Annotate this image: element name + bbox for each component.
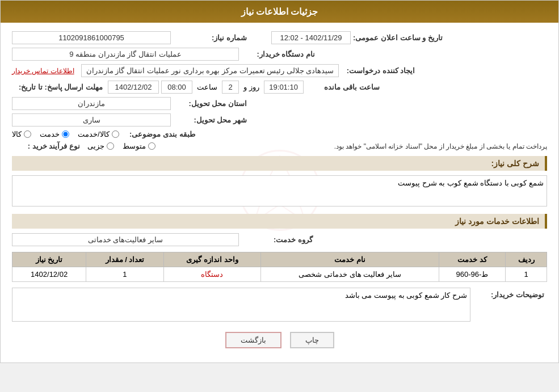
service-group-value: سایر فعالیت‌های خدماتی (12, 233, 239, 246)
category-radio-group: کالا/خدمت خدمت کالا (12, 130, 119, 138)
delivery-city-label: شهر محل تحویل: (173, 116, 247, 124)
delivery-city-value: ساری (12, 113, 171, 127)
deadline-days-value: 2 (222, 81, 239, 94)
services-table: ردیف کد خدمت نام خدمت واحد اندازه گیری ت… (12, 252, 547, 282)
purchase-type-partial: جزیی (87, 142, 114, 150)
deadline-time-value: 08:00 (161, 81, 192, 94)
need-description-textarea[interactable] (12, 175, 547, 206)
deadline-date-value: 1402/12/02 (108, 81, 159, 94)
purchase-type-medium: متوسط (123, 142, 155, 150)
org-name-label: نام دستگاه خریدار: (241, 50, 315, 58)
col-unit: واحد اندازه گیری (163, 252, 261, 267)
cell-service-name: سایر فعالیت های خدماتی شخصی (261, 267, 439, 282)
cell-service-code: ط-96-960 (439, 267, 505, 282)
category-option-khedmat-kala: کالا/خدمت (78, 130, 119, 138)
contact-link[interactable]: اطلاعات تماس خریدار (12, 67, 74, 75)
category-radio-kala[interactable] (24, 130, 31, 138)
purchase-type-label: نوع فرآیند خرید : (12, 142, 80, 150)
print-button[interactable]: چاپ (290, 332, 334, 348)
need-number-value: 1102091861000795 (12, 31, 171, 44)
purchase-type-group: متوسط جزیی (87, 142, 155, 150)
col-rownum: ردیف (506, 252, 547, 267)
purchase-note: پرداخت تمام یا بخشی از مبلغ خریدار از مح… (166, 142, 547, 150)
deadline-remain-value: 19:01:10 (264, 81, 304, 94)
services-section: اطلاعات خدمات مورد نیاز (12, 214, 547, 229)
datetime-value: 1402/11/29 - 12:02 (271, 31, 351, 44)
cell-unit: دستگاه (163, 267, 261, 282)
category-radio-kala-khedmat[interactable] (112, 130, 119, 138)
org-name-value: عملیات انتقال گاز مازندران منطقه 9 (12, 48, 239, 61)
category-radio-khedmat[interactable] (62, 130, 69, 138)
category-option-khedmat: خدمت (40, 130, 69, 138)
col-quantity: تعداد / مقدار (86, 252, 163, 267)
need-number-label: شماره نیاز: (173, 33, 247, 42)
page-title: جزئیات اطلاعات نیاز (1, 1, 558, 23)
purchase-radio-medium[interactable] (148, 142, 155, 150)
datetime-label: تاریخ و ساعت اعلان عمومی: (353, 33, 443, 42)
deadline-remain-label: ساعت باقی مانده (306, 83, 380, 91)
delivery-province-value: مازندران (12, 97, 171, 110)
buyer-notes-textarea[interactable] (12, 288, 470, 322)
cell-date: 1402/12/02 (12, 267, 86, 282)
service-group-label: گروه خدمت: (239, 235, 313, 244)
creator-label: ایجاد کننده درخواست: (341, 66, 415, 75)
col-service-name: نام خدمت (261, 252, 439, 267)
category-label: طبقه بندی موضوعی: (121, 130, 195, 138)
table-row: 1ط-96-960سایر فعالیت های خدماتی شخصیدستگ… (12, 267, 547, 282)
back-button[interactable]: بازگشت (225, 332, 281, 348)
deadline-days-label: روز و (243, 83, 259, 91)
cell-quantity: 1 (86, 267, 163, 282)
cell-rownum: 1 (506, 267, 547, 282)
col-service-code: کد خدمت (439, 252, 505, 267)
deadline-label: مهلت ارسال پاسخ: تا تاریخ: (12, 83, 103, 91)
purchase-radio-partial[interactable] (107, 142, 114, 150)
col-date: تاریخ نیاز (12, 252, 86, 267)
need-summary-section: شرح کلی نیاز: (12, 156, 547, 171)
creator-value: سیدهادی جلالی رئیس تعمیرات مرکز بهره برد… (81, 64, 339, 77)
deadline-time-label: ساعت (197, 83, 217, 91)
delivery-province-label: استان محل تحویل: (173, 99, 247, 108)
buyer-notes-label: توضیحات خریدار: (470, 288, 544, 299)
category-option-kala: کالا (12, 130, 31, 138)
